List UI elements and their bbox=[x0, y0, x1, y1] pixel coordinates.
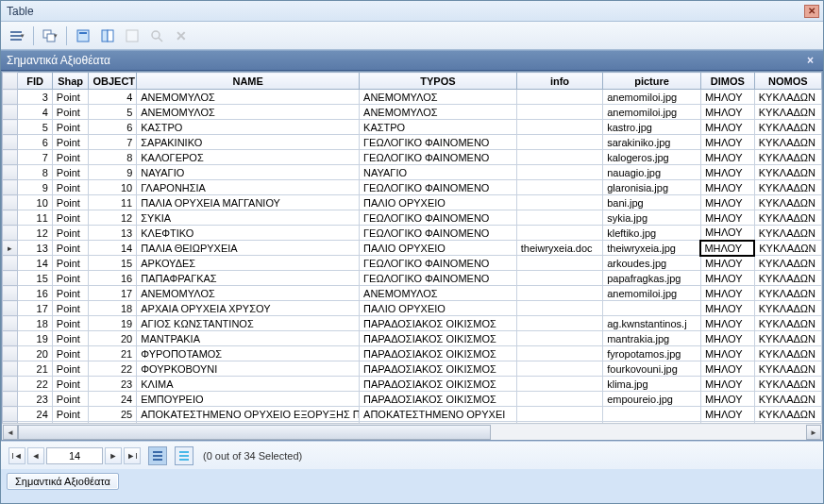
cell-object[interactable]: 17 bbox=[89, 286, 137, 301]
cell-nomos[interactable]: ΚΥΚΛΑΔΩΝ bbox=[754, 90, 821, 105]
cell-shape[interactable]: Point bbox=[52, 226, 89, 241]
cell-picture[interactable]: sykia.jpg bbox=[603, 210, 701, 226]
cell-picture[interactable]: papafragkas.jpg bbox=[603, 271, 701, 286]
row-header[interactable] bbox=[3, 346, 18, 361]
table-row[interactable]: 4Point5ΑΝΕΜΟΜΥΛΟΣΑΝΕΜΟΜΥΛΟΣanemomiloi.jp… bbox=[3, 105, 822, 120]
cell-object[interactable]: 4 bbox=[89, 90, 137, 105]
cell-name[interactable]: ΜΑΝΤΡΑΚΙΑ bbox=[137, 331, 360, 346]
table-row[interactable]: 24Point25ΑΠΟΚΑΤΕΣΤΗΜΕΝΟ ΟΡΥΧΕΙΟ ΕΞΟΡΥΞΗΣ… bbox=[3, 407, 822, 422]
cell-dimos[interactable]: ΜΗΛΟΥ bbox=[700, 180, 754, 195]
cell-shape[interactable]: Point bbox=[52, 346, 89, 361]
cell-nomos[interactable]: ΚΥΚΛΑΔΩΝ bbox=[754, 135, 821, 150]
cell-nomos[interactable]: ΚΥΚΛΑΔΩΝ bbox=[754, 256, 821, 271]
cell-picture[interactable]: mantrakia.jpg bbox=[603, 331, 701, 346]
cell-typos[interactable]: ΓΕΩΛΟΓΙΚΟ ΦΑΙΝΟΜΕΝΟ bbox=[360, 226, 517, 241]
table-row[interactable]: 23Point24ΕΜΠΟΥΡΕΙΟΠΑΡΑΔΟΣΙΑΚΟΣ ΟΙΚΙΣΜΟΣe… bbox=[3, 392, 822, 407]
cell-nomos[interactable]: ΚΥΚΛΑΔΩΝ bbox=[754, 392, 821, 407]
column-header-object[interactable]: OBJECT bbox=[89, 73, 137, 90]
show-selected-records-button[interactable] bbox=[175, 446, 193, 465]
cell-shape[interactable]: Point bbox=[52, 286, 89, 301]
cell-shape[interactable]: Point bbox=[52, 256, 89, 271]
cell-typos[interactable]: ΠΑΛΙΟ ΟΡΥΧΕΙΟ bbox=[360, 241, 517, 256]
cell-shape[interactable]: Point bbox=[52, 331, 89, 346]
row-header[interactable] bbox=[3, 301, 18, 316]
cell-picture[interactable]: theiwryxeia.jpg bbox=[603, 241, 701, 256]
table-row[interactable]: 7Point8ΚΑΛΟΓΕΡΟΣΓΕΩΛΟΓΙΚΟ ΦΑΙΝΟΜΕΝΟkalog… bbox=[3, 150, 822, 165]
cell-typos[interactable]: ΑΝΕΜΟΜΥΛΟΣ bbox=[360, 105, 517, 120]
cell-fid[interactable]: 23 bbox=[18, 392, 53, 407]
column-header-picture[interactable]: picture bbox=[603, 73, 701, 90]
column-header-info[interactable]: info bbox=[516, 73, 602, 90]
cell-dimos[interactable]: ΜΗΛΟΥ bbox=[700, 316, 754, 331]
cell-object[interactable]: 23 bbox=[89, 377, 137, 392]
column-header-nomos[interactable]: NOMOS bbox=[754, 73, 821, 90]
cell-nomos[interactable]: ΚΥΚΛΑΔΩΝ bbox=[754, 316, 821, 331]
column-header-name[interactable]: NAME bbox=[137, 73, 360, 90]
cell-picture[interactable]: kleftiko.jpg bbox=[603, 226, 701, 241]
row-header[interactable] bbox=[3, 150, 18, 165]
cell-shape[interactable]: Point bbox=[52, 90, 89, 105]
related-tables-button[interactable]: ▾ bbox=[40, 25, 60, 46]
cell-name[interactable]: ΠΑΛΙΑ ΟΡΥΧΕΙΑ ΜΑΓΓΑΝΙΟΥ bbox=[137, 195, 360, 210]
cell-picture[interactable]: fyropotamos.jpg bbox=[603, 346, 701, 361]
row-header[interactable] bbox=[3, 90, 18, 105]
row-header[interactable] bbox=[3, 180, 18, 195]
cell-fid[interactable]: 5 bbox=[18, 120, 53, 135]
cell-name[interactable]: ΑΠΟΚΑΤΕΣΤΗΜΕΝΟ ΟΡΥΧΕΙΟ ΕΞΟΡΥΞΗΣ ΠΕ bbox=[137, 407, 360, 422]
cell-fid[interactable]: 24 bbox=[18, 407, 53, 422]
cell-typos[interactable]: ΠΑΡΑΔΟΣΙΑΚΟΣ ΟΙΚΙΣΜΟΣ bbox=[360, 377, 517, 392]
cell-name[interactable]: ΕΜΠΟΥΡΕΙΟ bbox=[137, 392, 360, 407]
cell-object[interactable]: 20 bbox=[89, 331, 137, 346]
cell-dimos[interactable]: ΜΗΛΟΥ bbox=[700, 377, 754, 392]
cell-info[interactable] bbox=[516, 392, 602, 407]
last-record-button[interactable]: ►I bbox=[124, 447, 141, 464]
row-header[interactable] bbox=[3, 195, 18, 210]
cell-nomos[interactable]: ΚΥΚΛΑΔΩΝ bbox=[754, 180, 821, 195]
table-row[interactable]: 16Point17ΑΝΕΜΟΜΥΛΟΣΑΝΕΜΟΜΥΛΟΣanemomiloi.… bbox=[3, 286, 822, 301]
cell-name[interactable]: ΑΝΕΜΟΜΥΛΟΣ bbox=[137, 105, 360, 120]
cell-fid[interactable]: 22 bbox=[18, 377, 53, 392]
cell-info[interactable] bbox=[516, 346, 602, 361]
cell-picture[interactable]: bani.jpg bbox=[603, 195, 701, 210]
cell-fid[interactable]: 11 bbox=[18, 210, 53, 226]
cell-dimos[interactable]: ΜΗΛΟΥ bbox=[700, 210, 754, 226]
cell-info[interactable] bbox=[516, 150, 602, 165]
cell-object[interactable]: 22 bbox=[89, 361, 137, 377]
cell-shape[interactable]: Point bbox=[52, 407, 89, 422]
cell-name[interactable]: ΑΡΧΑΙΑ ΟΡΥΧΕΙΑ ΧΡΥΣΟΥ bbox=[137, 301, 360, 316]
table-row[interactable]: 21Point22ΦΟΥΡΚΟΒΟΥΝΙΠΑΡΑΔΟΣΙΑΚΟΣ ΟΙΚΙΣΜΟ… bbox=[3, 361, 822, 377]
table-row[interactable]: 11Point12ΣΥΚΙΑΓΕΩΛΟΓΙΚΟ ΦΑΙΝΟΜΕΝΟsykia.j… bbox=[3, 210, 822, 226]
cell-dimos[interactable]: ΜΗΛΟΥ bbox=[700, 361, 754, 377]
cell-typos[interactable]: ΑΠΟΚΑΤΕΣΤΗΜΕΝΟ ΟΡΥΧΕΙ bbox=[360, 407, 517, 422]
cell-dimos[interactable]: ΜΗΛΟΥ bbox=[700, 286, 754, 301]
cell-info[interactable] bbox=[516, 377, 602, 392]
cell-info[interactable] bbox=[516, 407, 602, 422]
cell-shape[interactable]: Point bbox=[52, 135, 89, 150]
cell-name[interactable]: ΣΑΡΑΚΙΝΙΚΟ bbox=[137, 135, 360, 150]
row-header[interactable] bbox=[3, 135, 18, 150]
cell-picture[interactable]: empoureio.jpg bbox=[603, 392, 701, 407]
table-tab[interactable]: Σημαντικά Αξιοθέατα bbox=[7, 473, 119, 490]
cell-picture[interactable]: ag.kwnstantinos.j bbox=[603, 316, 701, 331]
cell-info[interactable] bbox=[516, 301, 602, 316]
select-by-attributes-button[interactable] bbox=[73, 25, 93, 46]
cell-typos[interactable]: ΝΑΥΑΓΙΟ bbox=[360, 165, 517, 180]
cell-typos[interactable]: ΓΕΩΛΟΓΙΚΟ ΦΑΙΝΟΜΕΝΟ bbox=[360, 271, 517, 286]
cell-nomos[interactable]: ΚΥΚΛΑΔΩΝ bbox=[754, 361, 821, 377]
cell-name[interactable]: ΑΓΙΟΣ ΚΩΝΣΤΑΝΤΙΝΟΣ bbox=[137, 316, 360, 331]
table-row[interactable]: 15Point16ΠΑΠΑΦΡΑΓΚΑΣΓΕΩΛΟΓΙΚΟ ΦΑΙΝΟΜΕΝΟp… bbox=[3, 271, 822, 286]
cell-nomos[interactable]: ΚΥΚΛΑΔΩΝ bbox=[754, 241, 821, 256]
cell-fid[interactable]: 19 bbox=[18, 331, 53, 346]
table-row[interactable]: 12Point13ΚΛΕΦΤΙΚΟΓΕΩΛΟΓΙΚΟ ΦΑΙΝΟΜΕΝΟklef… bbox=[3, 226, 822, 241]
cell-typos[interactable]: ΓΕΩΛΟΓΙΚΟ ΦΑΙΝΟΜΕΝΟ bbox=[360, 256, 517, 271]
row-header[interactable] bbox=[3, 210, 18, 226]
cell-nomos[interactable]: ΚΥΚΛΑΔΩΝ bbox=[754, 271, 821, 286]
cell-name[interactable]: ΦΥΡΟΠΟΤΑΜΟΣ bbox=[137, 346, 360, 361]
cell-object[interactable]: 16 bbox=[89, 271, 137, 286]
cell-shape[interactable]: Point bbox=[52, 180, 89, 195]
cell-info[interactable] bbox=[516, 286, 602, 301]
cell-info[interactable] bbox=[516, 105, 602, 120]
cell-object[interactable]: 14 bbox=[89, 241, 137, 256]
cell-name[interactable]: ΚΛΙΜΑ bbox=[137, 377, 360, 392]
cell-dimos[interactable]: ΜΗΛΟΥ bbox=[700, 135, 754, 150]
